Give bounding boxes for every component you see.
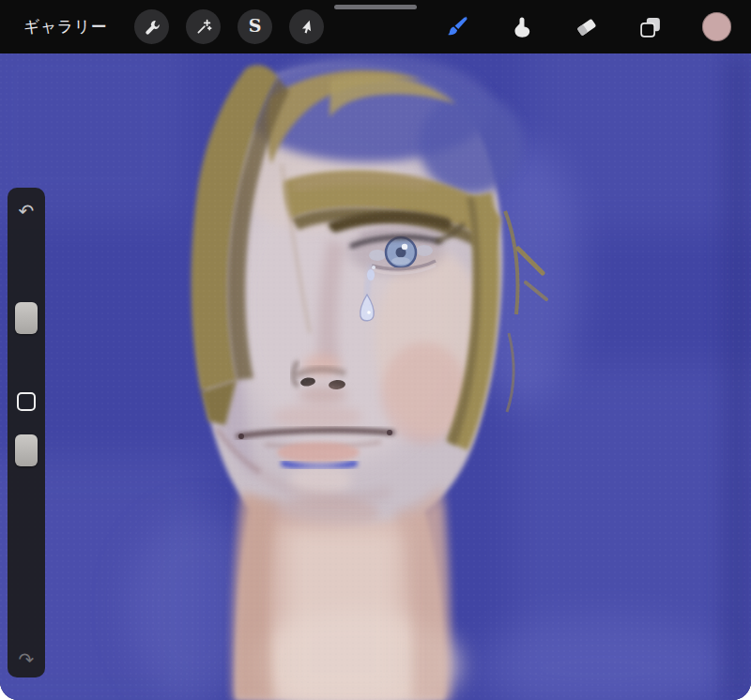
multitasking-handle[interactable] xyxy=(334,5,417,9)
transform-button[interactable] xyxy=(289,9,324,44)
layers-button[interactable] xyxy=(638,15,663,39)
topbar-left-tools: ギャラリー S xyxy=(0,9,324,44)
undo-icon[interactable]: ↶ xyxy=(8,200,45,222)
gallery-button[interactable]: ギャラリー xyxy=(23,16,107,38)
opacity-slider[interactable] xyxy=(15,434,38,466)
wrench-icon xyxy=(144,19,161,36)
brush-size-slider[interactable] xyxy=(15,302,38,334)
cursor-arrow-icon xyxy=(299,19,315,36)
layers-icon xyxy=(638,15,663,39)
color-swatch xyxy=(702,12,731,41)
modify-button[interactable] xyxy=(17,392,36,411)
topbar: ギャラリー S xyxy=(0,0,751,53)
actions-button[interactable] xyxy=(134,9,169,44)
smudge-finger-icon xyxy=(510,15,534,39)
brush-sidebar: ↶ ↷ xyxy=(8,188,45,677)
paint-tool-button[interactable] xyxy=(445,14,470,39)
paintbrush-icon xyxy=(445,14,470,39)
drawing-canvas[interactable]: ↶ ↷ xyxy=(0,53,751,700)
erase-tool-button[interactable] xyxy=(574,14,599,39)
redo-icon[interactable]: ↷ xyxy=(8,648,45,671)
magic-wand-icon xyxy=(195,19,212,36)
topbar-right-tools xyxy=(445,12,751,41)
artwork-image xyxy=(0,53,751,700)
adjustments-button[interactable] xyxy=(186,9,221,44)
color-button[interactable] xyxy=(702,12,731,41)
canvas-grain xyxy=(0,53,751,700)
selection-button[interactable]: S xyxy=(238,9,272,44)
smudge-tool-button[interactable] xyxy=(510,15,534,39)
selection-s-icon: S xyxy=(249,17,262,35)
procreate-app: ギャラリー S xyxy=(0,0,751,700)
eraser-icon xyxy=(574,14,599,39)
